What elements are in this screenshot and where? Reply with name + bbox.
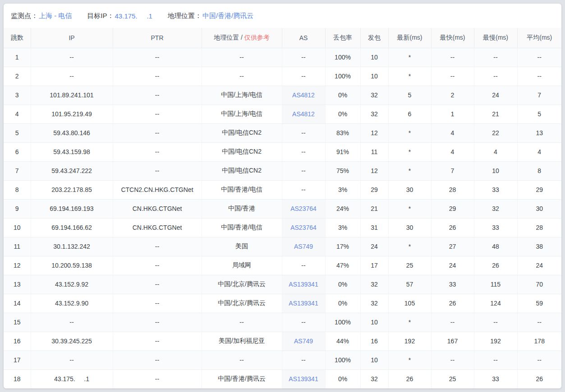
cell-slowest: --	[474, 48, 517, 67]
cell-as: --	[282, 123, 325, 142]
cell-fastest: 27	[431, 237, 474, 256]
cell-loss: 17%	[325, 237, 360, 256]
cell-latest: 57	[388, 275, 431, 294]
cell-ip: 59.43.247.222	[31, 161, 113, 180]
cell-loss: 100%	[325, 48, 360, 67]
cell-latest: 30	[388, 180, 431, 199]
cell-ptr: --	[113, 48, 202, 67]
cell-latest: 30	[388, 218, 431, 237]
as-link[interactable]: AS139341	[289, 375, 318, 383]
cell-avg: 26	[517, 369, 561, 388]
cell-as: --	[282, 351, 325, 369]
cell-sent: 12	[360, 123, 388, 142]
target-ip-label: 目标IP：	[87, 12, 114, 20]
cell-hop: 1	[4, 48, 31, 67]
cell-geo: 中国/电信CN2	[202, 161, 282, 180]
cell-geo: 中国/香港/腾讯云	[202, 369, 282, 388]
cell-fastest: 26	[431, 294, 474, 313]
cell-geo: --	[202, 313, 282, 332]
table-row: 759.43.247.222--中国/电信CN2--75%12*7108	[4, 161, 561, 180]
cell-fastest: 167	[431, 332, 474, 351]
cell-slowest: 124	[474, 294, 517, 313]
cell-geo: --	[202, 48, 282, 67]
header-sent: 发包	[360, 28, 388, 48]
cell-slowest: 115	[474, 275, 517, 294]
cell-fastest: --	[431, 351, 474, 369]
cell-avg: 29	[517, 180, 561, 199]
cell-geo: 中国/电信CN2	[202, 123, 282, 142]
cell-fastest: 2	[431, 86, 474, 105]
cell-sent: 32	[360, 86, 388, 105]
as-link[interactable]: AS4812	[292, 91, 315, 99]
cell-latest: *	[388, 351, 431, 369]
as-link[interactable]: AS139341	[289, 281, 318, 288]
cell-as: --	[282, 313, 325, 332]
cell-ptr: --	[113, 142, 202, 161]
table-row: 17--------100%10*------	[4, 351, 561, 369]
cell-geo: --	[202, 351, 282, 369]
cell-hop: 11	[4, 237, 31, 256]
cell-fastest: 28	[431, 180, 474, 199]
as-link[interactable]: AS23764	[290, 205, 317, 212]
cell-avg: 13	[517, 123, 561, 142]
cell-geo: 美国	[202, 237, 282, 256]
table-row: 8203.22.178.85CTCN2.CN.HKG.CTGNet中国/香港/电…	[4, 180, 561, 199]
cell-avg: --	[517, 313, 561, 332]
geo-location: 地理位置： 中国/香港/腾讯云	[168, 12, 253, 20]
cell-ptr: --	[113, 237, 202, 256]
cell-ptr: --	[113, 161, 202, 180]
cell-as: AS4812	[282, 86, 325, 105]
cell-fastest: --	[431, 67, 474, 86]
cell-fastest: --	[431, 48, 474, 67]
cell-latest: 105	[388, 294, 431, 313]
cell-geo: 中国/香港/电信	[202, 218, 282, 237]
cell-slowest: 4	[474, 142, 517, 161]
cell-hop: 9	[4, 199, 31, 218]
as-link[interactable]: AS749	[294, 243, 313, 250]
cell-loss: 83%	[325, 123, 360, 142]
target-ip: 目标IP： 43.175. .1	[87, 12, 152, 20]
cell-as: AS23764	[282, 199, 325, 218]
cell-geo: 中国/香港	[202, 199, 282, 218]
cell-as: --	[282, 48, 325, 67]
table-row: 559.43.80.146--中国/电信CN2--83%12*42213	[4, 123, 561, 142]
as-link[interactable]: AS139341	[289, 300, 318, 307]
cell-hop: 15	[4, 313, 31, 332]
cell-avg: --	[517, 67, 561, 86]
table-row: 1443.152.9.90--中国/北京/腾讯云AS1393410%321052…	[4, 294, 561, 313]
as-link[interactable]: AS749	[294, 337, 313, 345]
cell-hop: 2	[4, 67, 31, 86]
as-link[interactable]: AS23764	[290, 224, 317, 231]
cell-loss: 47%	[325, 256, 360, 275]
geo-location-value: 中国/香港/腾讯云	[202, 12, 253, 20]
trace-table-body: 1--------100%10*------2--------100%10*--…	[4, 48, 561, 388]
cell-sent: 10	[360, 67, 388, 86]
cell-fastest: 4	[431, 123, 474, 142]
table-row: 15--------100%10*------	[4, 313, 561, 332]
cell-slowest: 26	[474, 256, 517, 275]
cell-ptr: --	[113, 67, 202, 86]
cell-ip: 43.152.9.90	[31, 294, 113, 313]
cell-slowest: --	[474, 67, 517, 86]
cell-avg: 38	[517, 237, 561, 256]
cell-hop: 16	[4, 332, 31, 351]
as-link[interactable]: AS4812	[292, 110, 315, 118]
cell-as: AS139341	[282, 369, 325, 388]
header-slowest: 最慢(ms)	[474, 28, 517, 48]
cell-hop: 7	[4, 161, 31, 180]
cell-hop: 3	[4, 86, 31, 105]
cell-sent: 11	[360, 142, 388, 161]
cell-avg: 28	[517, 218, 561, 237]
cell-ptr: --	[113, 369, 202, 388]
cell-fastest: 29	[431, 199, 474, 218]
cell-sent: 12	[360, 161, 388, 180]
table-row: 969.194.169.193CN.HKG.CTGNet中国/香港AS23764…	[4, 199, 561, 218]
cell-ptr: --	[113, 294, 202, 313]
cell-sent: 29	[360, 180, 388, 199]
cell-sent: 32	[360, 369, 388, 388]
table-row: 659.43.159.98--中国/电信CN2--91%11*444	[4, 142, 561, 161]
monitor-point-label: 监测点：	[11, 12, 38, 20]
cell-hop: 10	[4, 218, 31, 237]
cell-hop: 14	[4, 294, 31, 313]
cell-fastest: 1	[431, 105, 474, 123]
